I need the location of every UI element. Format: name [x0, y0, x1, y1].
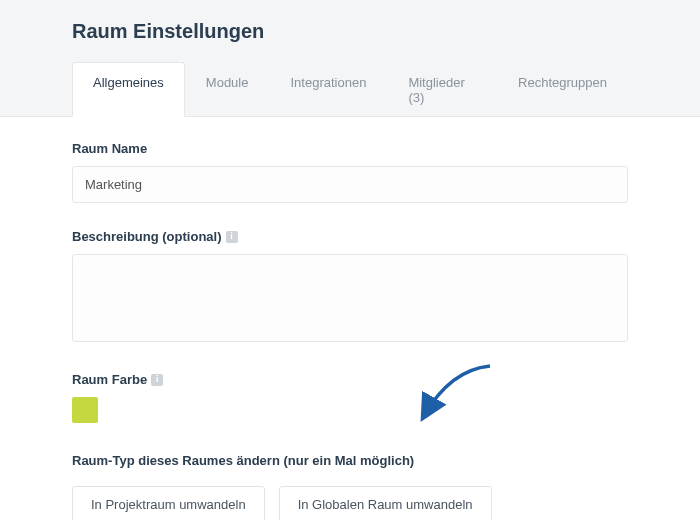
info-icon: i: [151, 374, 163, 386]
room-color-swatch[interactable]: [72, 397, 98, 423]
tab-permission-groups[interactable]: Rechtegruppen: [497, 62, 628, 117]
room-name-input[interactable]: [72, 166, 628, 203]
room-type-section-title: Raum-Typ dieses Raumes ändern (nur ein M…: [72, 453, 628, 468]
description-label: Beschreibung (optional) i: [72, 229, 628, 244]
room-type-button-row: In Projektraum umwandeln In Globalen Rau…: [72, 486, 628, 520]
tab-modules[interactable]: Module: [185, 62, 270, 117]
convert-to-global-button[interactable]: In Globalen Raum umwandeln: [279, 486, 492, 520]
room-color-label: Raum Farbe i: [72, 372, 628, 387]
room-name-label-text: Raum Name: [72, 141, 147, 156]
description-label-text: Beschreibung (optional): [72, 229, 222, 244]
tab-integrations[interactable]: Integrationen: [269, 62, 387, 117]
convert-to-project-button[interactable]: In Projektraum umwandeln: [72, 486, 265, 520]
description-textarea[interactable]: [72, 254, 628, 342]
room-color-label-text: Raum Farbe: [72, 372, 147, 387]
form-content: Raum Name Beschreibung (optional) i Raum…: [0, 117, 700, 520]
page-title: Raum Einstellungen: [72, 20, 628, 43]
room-name-label: Raum Name: [72, 141, 628, 156]
info-icon: i: [226, 231, 238, 243]
tab-members[interactable]: Mitglieder (3): [387, 62, 497, 117]
tab-general[interactable]: Allgemeines: [72, 62, 185, 117]
tabs-bar: Allgemeines Module Integrationen Mitglie…: [0, 61, 700, 117]
